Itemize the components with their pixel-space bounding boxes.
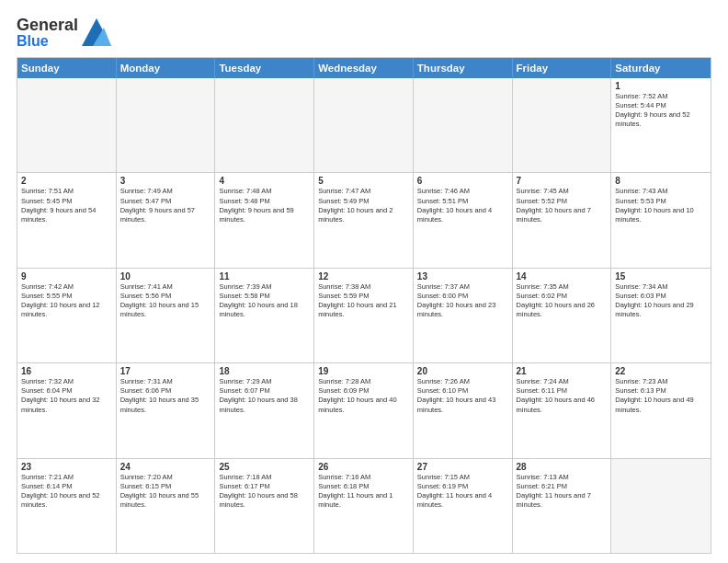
day-number: 11 (219, 271, 310, 282)
day-info: Sunrise: 7:28 AM Sunset: 6:09 PM Dayligh… (318, 377, 409, 415)
day-info: Sunrise: 7:34 AM Sunset: 6:03 PM Dayligh… (615, 282, 707, 320)
day-number: 25 (219, 462, 310, 472)
day-number: 8 (615, 176, 707, 186)
day-info: Sunrise: 7:31 AM Sunset: 6:06 PM Dayligh… (120, 377, 211, 415)
day-info: Sunrise: 7:41 AM Sunset: 5:56 PM Dayligh… (120, 282, 211, 320)
calendar-header: SundayMondayTuesdayWednesdayThursdayFrid… (17, 58, 711, 78)
day-number: 4 (219, 176, 310, 186)
calendar-row-1: 2Sunrise: 7:51 AM Sunset: 5:45 PM Daylig… (17, 173, 711, 268)
day-number: 21 (517, 366, 608, 376)
day-cell-14: 14Sunrise: 7:35 AM Sunset: 6:02 PM Dayli… (513, 269, 612, 362)
day-info: Sunrise: 7:26 AM Sunset: 6:10 PM Dayligh… (417, 377, 508, 415)
day-number: 17 (120, 366, 211, 376)
day-info: Sunrise: 7:46 AM Sunset: 5:51 PM Dayligh… (417, 187, 508, 224)
day-cell-20: 20Sunrise: 7:26 AM Sunset: 6:10 PM Dayli… (414, 363, 513, 457)
day-number: 20 (417, 366, 508, 376)
calendar: SundayMondayTuesdayWednesdayThursdayFrid… (17, 57, 711, 554)
day-cell-15: 15Sunrise: 7:34 AM Sunset: 6:03 PM Dayli… (611, 269, 711, 362)
day-cell-19: 19Sunrise: 7:28 AM Sunset: 6:09 PM Dayli… (314, 363, 414, 457)
day-info: Sunrise: 7:24 AM Sunset: 6:11 PM Dayligh… (517, 377, 608, 415)
logo: General Blue (17, 17, 111, 50)
calendar-body: 1Sunrise: 7:52 AM Sunset: 5:44 PM Daylig… (17, 78, 711, 553)
weekday-header-tuesday: Tuesday (215, 58, 314, 78)
weekday-header-sunday: Sunday (17, 58, 117, 78)
day-info: Sunrise: 7:15 AM Sunset: 6:19 PM Dayligh… (417, 473, 508, 511)
day-number: 5 (318, 176, 409, 186)
weekday-header-thursday: Thursday (414, 58, 513, 78)
day-info: Sunrise: 7:52 AM Sunset: 5:44 PM Dayligh… (615, 92, 707, 130)
day-number: 15 (615, 271, 707, 282)
day-cell-23: 23Sunrise: 7:21 AM Sunset: 6:14 PM Dayli… (17, 459, 117, 553)
day-cell-7: 7Sunrise: 7:45 AM Sunset: 5:52 PM Daylig… (513, 173, 612, 267)
day-cell-28: 28Sunrise: 7:13 AM Sunset: 6:21 PM Dayli… (513, 459, 612, 553)
header: General Blue (17, 17, 711, 50)
day-number: 13 (417, 271, 508, 282)
day-info: Sunrise: 7:43 AM Sunset: 5:53 PM Dayligh… (615, 187, 707, 224)
day-cell-8: 8Sunrise: 7:43 AM Sunset: 5:53 PM Daylig… (611, 173, 711, 267)
logo-container: General Blue (17, 17, 111, 50)
logo-blue-text: Blue (17, 33, 78, 50)
calendar-row-2: 9Sunrise: 7:42 AM Sunset: 5:55 PM Daylig… (17, 269, 711, 363)
empty-cell-0-1 (117, 78, 216, 172)
day-cell-9: 9Sunrise: 7:42 AM Sunset: 5:55 PM Daylig… (17, 269, 117, 362)
day-cell-4: 4Sunrise: 7:48 AM Sunset: 5:48 PM Daylig… (215, 173, 314, 267)
day-info: Sunrise: 7:38 AM Sunset: 5:59 PM Dayligh… (318, 282, 409, 320)
empty-cell-0-5 (513, 78, 612, 172)
day-cell-25: 25Sunrise: 7:18 AM Sunset: 6:17 PM Dayli… (215, 459, 314, 553)
weekday-header-monday: Monday (117, 58, 216, 78)
day-number: 22 (615, 366, 707, 376)
day-info: Sunrise: 7:45 AM Sunset: 5:52 PM Dayligh… (517, 187, 608, 224)
day-cell-24: 24Sunrise: 7:20 AM Sunset: 6:15 PM Dayli… (117, 459, 216, 553)
empty-cell-0-4 (414, 78, 513, 172)
day-cell-10: 10Sunrise: 7:41 AM Sunset: 5:56 PM Dayli… (117, 269, 216, 362)
day-number: 28 (517, 462, 608, 472)
day-cell-6: 6Sunrise: 7:46 AM Sunset: 5:51 PM Daylig… (414, 173, 513, 267)
day-number: 26 (318, 462, 409, 472)
calendar-row-3: 16Sunrise: 7:32 AM Sunset: 6:04 PM Dayli… (17, 363, 711, 458)
day-info: Sunrise: 7:51 AM Sunset: 5:45 PM Dayligh… (21, 187, 112, 224)
day-number: 27 (417, 462, 508, 472)
day-number: 9 (21, 271, 112, 282)
calendar-row-0: 1Sunrise: 7:52 AM Sunset: 5:44 PM Daylig… (17, 78, 711, 173)
day-cell-5: 5Sunrise: 7:47 AM Sunset: 5:49 PM Daylig… (314, 173, 414, 267)
day-cell-18: 18Sunrise: 7:29 AM Sunset: 6:07 PM Dayli… (215, 363, 314, 457)
day-cell-11: 11Sunrise: 7:39 AM Sunset: 5:58 PM Dayli… (215, 269, 314, 362)
day-info: Sunrise: 7:18 AM Sunset: 6:17 PM Dayligh… (219, 473, 310, 511)
day-info: Sunrise: 7:20 AM Sunset: 6:15 PM Dayligh… (120, 473, 211, 511)
day-number: 1 (615, 81, 707, 91)
day-cell-1: 1Sunrise: 7:52 AM Sunset: 5:44 PM Daylig… (611, 78, 711, 172)
day-info: Sunrise: 7:35 AM Sunset: 6:02 PM Dayligh… (517, 282, 608, 320)
day-number: 16 (21, 366, 112, 376)
weekday-header-friday: Friday (513, 58, 612, 78)
day-cell-12: 12Sunrise: 7:38 AM Sunset: 5:59 PM Dayli… (314, 269, 414, 362)
day-number: 14 (517, 271, 608, 282)
day-number: 24 (120, 462, 211, 472)
day-number: 18 (219, 366, 310, 376)
day-info: Sunrise: 7:29 AM Sunset: 6:07 PM Dayligh… (219, 377, 310, 415)
day-number: 23 (21, 462, 112, 472)
day-info: Sunrise: 7:16 AM Sunset: 6:18 PM Dayligh… (318, 473, 409, 511)
day-info: Sunrise: 7:42 AM Sunset: 5:55 PM Dayligh… (21, 282, 112, 320)
day-cell-27: 27Sunrise: 7:15 AM Sunset: 6:19 PM Dayli… (414, 459, 513, 553)
day-info: Sunrise: 7:47 AM Sunset: 5:49 PM Dayligh… (318, 187, 409, 224)
day-number: 12 (318, 271, 409, 282)
logo-text-block: General Blue (17, 17, 78, 49)
day-number: 6 (417, 176, 508, 186)
day-info: Sunrise: 7:39 AM Sunset: 5:58 PM Dayligh… (219, 282, 310, 320)
day-number: 2 (21, 176, 112, 186)
day-cell-16: 16Sunrise: 7:32 AM Sunset: 6:04 PM Dayli… (17, 363, 117, 457)
empty-cell-0-2 (215, 78, 314, 172)
day-cell-17: 17Sunrise: 7:31 AM Sunset: 6:06 PM Dayli… (117, 363, 216, 457)
day-number: 19 (318, 366, 409, 376)
day-info: Sunrise: 7:49 AM Sunset: 5:47 PM Dayligh… (120, 187, 211, 224)
day-cell-21: 21Sunrise: 7:24 AM Sunset: 6:11 PM Dayli… (513, 363, 612, 457)
empty-cell-0-3 (314, 78, 414, 172)
day-number: 3 (120, 176, 211, 186)
day-info: Sunrise: 7:21 AM Sunset: 6:14 PM Dayligh… (21, 473, 112, 511)
day-info: Sunrise: 7:13 AM Sunset: 6:21 PM Dayligh… (517, 473, 608, 511)
day-cell-26: 26Sunrise: 7:16 AM Sunset: 6:18 PM Dayli… (314, 459, 414, 553)
day-cell-2: 2Sunrise: 7:51 AM Sunset: 5:45 PM Daylig… (17, 173, 117, 267)
day-info: Sunrise: 7:32 AM Sunset: 6:04 PM Dayligh… (21, 377, 112, 415)
empty-cell-4-6 (611, 459, 711, 553)
page: General Blue SundayMondayTuesdayWednesda… (0, 0, 728, 563)
